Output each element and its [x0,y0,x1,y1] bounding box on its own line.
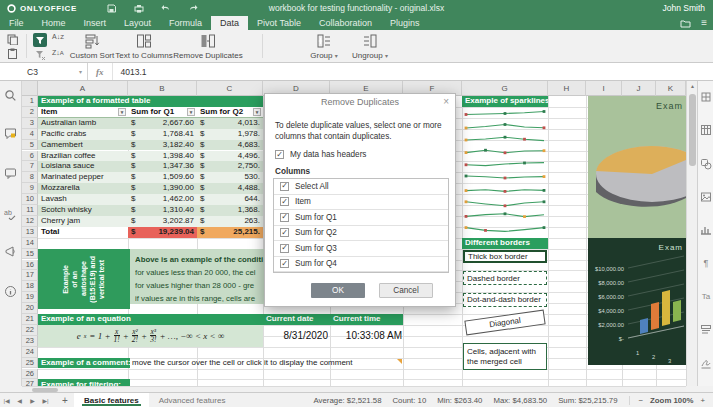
menu-tab-data[interactable]: Data [211,16,248,30]
row-header-19[interactable]: 19 [22,292,38,303]
row-header-27[interactable]: 27 [22,379,38,386]
row-header-7[interactable]: 7 [22,161,38,172]
dialog-title[interactable]: Remove Duplicates [265,94,455,111]
hamburger-menu-icon[interactable]: ≡ [701,18,707,28]
row-header-12[interactable]: 12 [22,216,38,227]
cell-name-box[interactable]: C3 ▾ [22,63,88,80]
row-header-21[interactable]: 21 [22,314,38,325]
checkbox-checked-icon[interactable]: ✓ [280,259,289,268]
column-header-G[interactable]: G [462,81,548,96]
print-button[interactable] [132,3,145,14]
row-header-1[interactable]: 1 [22,96,38,107]
shape-settings-icon[interactable] [700,158,712,170]
save-button[interactable] [105,3,118,14]
row-header-20[interactable]: 20 [22,303,38,314]
row-header-22[interactable]: 22 [22,325,38,336]
column-header-K[interactable]: K [656,81,686,96]
column-header-H[interactable]: H [548,81,586,96]
dialog-column-option[interactable]: ✓Sum for Q3 [274,241,448,257]
filter-dropdown-icon[interactable]: ▾ [187,108,195,116]
ungroup-icon[interactable] [362,33,378,49]
textart-settings-icon[interactable]: Ta [700,291,712,303]
vertical-scroll-thumb[interactable] [689,94,696,166]
row-header-18[interactable]: 18 [22,281,38,292]
column-header-C[interactable]: C [197,81,263,96]
clear-filter-button[interactable] [34,49,46,61]
signature-settings-icon[interactable] [700,357,712,369]
row-header-25[interactable]: 25 [22,358,38,369]
row-header-3[interactable]: 3 [22,118,38,129]
cancel-button[interactable]: Cancel [379,283,433,298]
row-header-8[interactable]: 8 [22,172,38,183]
row-header-15[interactable]: 15 [22,249,38,260]
sort-asc-button[interactable]: A↓Z [52,33,64,40]
chart-settings-icon[interactable] [700,224,712,236]
copy-button[interactable] [7,34,18,45]
open-file-location-icon[interactable] [680,19,691,28]
paste-button[interactable] [7,48,18,59]
table-settings-icon[interactable] [700,124,712,136]
redo-button[interactable] [186,3,199,14]
namebox-dropdown-icon[interactable]: ▾ [79,68,82,75]
row-header-17[interactable]: 17 [22,270,38,281]
row-header-4[interactable]: 4 [22,129,38,140]
filter-dropdown-icon[interactable]: ▾ [118,108,126,116]
column-header-J[interactable]: J [622,81,656,96]
row-header-9[interactable]: 9 [22,183,38,194]
zoom-level[interactable]: Zoom 100% [650,396,693,405]
zoom-in-button[interactable]: + [700,396,705,405]
checkbox-checked-icon[interactable]: ✓ [275,150,284,159]
row-header-11[interactable]: 11 [22,205,38,216]
my-data-has-headers-checkbox[interactable]: ✓ My data has headers [275,150,366,159]
row-header-13[interactable]: 13 [22,227,38,238]
dialog-column-option[interactable]: ✓Select All [274,179,448,195]
row-header-14[interactable]: 14 [22,238,38,249]
sheet-tab-basic-features[interactable]: Basic features [74,393,149,407]
row-header-24[interactable]: 24 [22,347,38,358]
column-header-I[interactable]: I [586,81,622,96]
row-header-16[interactable]: 16 [22,260,38,271]
row-header-5[interactable]: 5 [22,140,38,151]
cell-settings-icon[interactable] [700,91,712,103]
checkbox-checked-icon[interactable]: ✓ [280,228,289,237]
menu-tab-insert[interactable]: Insert [75,16,116,30]
columns-list[interactable]: ✓Select All✓Item✓Sum for Q1✓Sum for Q2✓S… [273,178,449,273]
vertical-scrollbar[interactable]: ▲ [686,81,697,386]
column-header-A[interactable]: A [38,81,128,96]
paragraph-settings-icon[interactable]: ¶ [700,257,712,269]
remove-duplicates-button[interactable]: Remove Duplicates [168,51,248,60]
close-icon[interactable]: × [443,96,449,107]
ok-button[interactable]: OK [311,283,365,298]
insert-function-icon[interactable]: fx [88,63,113,80]
menu-tab-home[interactable]: Home [33,16,75,30]
image-settings-icon[interactable] [700,191,712,203]
dialog-column-option[interactable]: ✓Sum for Q1 [274,210,448,226]
text-to-columns-icon[interactable] [136,33,152,49]
remove-duplicates-icon[interactable] [200,33,216,49]
zoom-out-button[interactable]: − [639,396,644,405]
menu-tab-layout[interactable]: Layout [115,16,160,30]
menu-tab-collaboration[interactable]: Collaboration [310,16,381,30]
row-header-10[interactable]: 10 [22,194,38,205]
custom-sort-icon[interactable] [84,33,100,49]
comments-icon[interactable] [4,127,18,141]
slicer-settings-icon[interactable] [700,324,712,336]
undo-button[interactable] [159,3,172,14]
checkbox-checked-icon[interactable]: ✓ [280,182,289,191]
sheet-tab-advanced-features[interactable]: Advanced features [149,393,236,407]
menu-tab-plugins[interactable]: Plugins [381,16,429,30]
filter-dropdown-icon[interactable]: ▾ [253,108,261,116]
first-sheet-icon[interactable]: |◀ [0,393,13,407]
checkbox-checked-icon[interactable]: ✓ [280,197,289,206]
last-sheet-icon[interactable]: ▶| [39,393,52,407]
formula-input[interactable]: 4013.1 [113,67,147,77]
about-icon[interactable] [4,285,18,299]
chat-icon[interactable] [4,167,18,181]
ungroup-button[interactable]: Ungroup ▾ [340,51,400,60]
row-header-2[interactable]: 2 [22,107,38,118]
search-icon[interactable] [4,89,18,103]
checkbox-checked-icon[interactable]: ✓ [280,244,289,253]
menu-tab-pivot-table[interactable]: Pivot Table [248,16,310,30]
feedback-icon[interactable] [4,245,18,259]
filter-button[interactable] [33,33,47,47]
